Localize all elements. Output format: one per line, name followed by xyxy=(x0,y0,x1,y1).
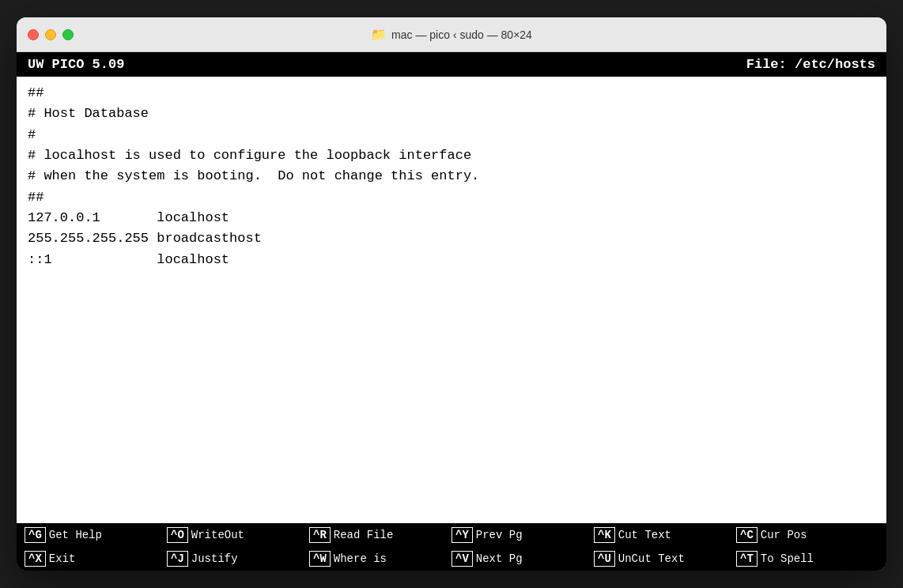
editor-line: ## xyxy=(28,83,875,104)
folder-icon: 📁 xyxy=(371,27,387,42)
shortcut-label-get-help: Get Help xyxy=(49,529,102,541)
maximize-button[interactable] xyxy=(62,29,74,40)
shortcut-row-2: ^X Exit ^J Justify ^W Where is ^V Next P… xyxy=(17,547,886,571)
shortcut-key-y: ^Y xyxy=(452,527,473,543)
pico-file: File: /etc/hosts xyxy=(746,57,875,72)
shortcut-to-spell[interactable]: ^T To Spell xyxy=(736,551,878,567)
title-text: mac — pico ‹ sudo — 80×24 xyxy=(391,28,532,41)
shortcut-label-where-is: Where is xyxy=(334,552,387,565)
shortcut-next-pg[interactable]: ^V Next Pg xyxy=(452,551,594,567)
shortcut-where-is[interactable]: ^W Where is xyxy=(309,551,452,567)
shortcut-read-file[interactable]: ^R Read File xyxy=(309,527,452,543)
editor-line: ## xyxy=(28,187,875,208)
shortcut-justify[interactable]: ^J Justify xyxy=(167,551,309,567)
shortcut-prev-pg[interactable]: ^Y Prev Pg xyxy=(452,527,594,543)
shortcut-key-c: ^C xyxy=(736,527,758,543)
traffic-lights xyxy=(28,29,74,40)
status-bar: ^G Get Help ^O WriteOut ^R Read File ^Y … xyxy=(17,523,886,571)
shortcut-key-r: ^R xyxy=(309,527,331,543)
editor-line: # localhost is used to configure the loo… xyxy=(28,145,875,166)
shortcut-key-x: ^X xyxy=(25,551,46,567)
shortcut-row-1: ^G Get Help ^O WriteOut ^R Read File ^Y … xyxy=(17,523,886,547)
shortcut-label-writeout: WriteOut xyxy=(191,529,244,541)
shortcut-label-exit: Exit xyxy=(49,552,76,565)
editor-area[interactable]: ## # Host Database # # localhost is used… xyxy=(17,77,886,523)
shortcut-key-o: ^O xyxy=(167,527,188,543)
shortcut-label-read-file: Read File xyxy=(334,529,394,541)
shortcut-label-cut-text: Cut Text xyxy=(618,529,671,541)
shortcut-label-justify: Justify xyxy=(191,552,238,565)
shortcut-exit[interactable]: ^X Exit xyxy=(25,551,167,567)
title-bar: 📁 mac — pico ‹ sudo — 80×24 xyxy=(17,17,886,52)
editor-line: # xyxy=(28,125,875,145)
shortcut-label-next-pg: Next Pg xyxy=(476,552,523,565)
shortcut-cur-pos[interactable]: ^C Cur Pos xyxy=(736,527,878,543)
shortcut-label-prev-pg: Prev Pg xyxy=(476,529,523,541)
shortcut-label-to-spell: To Spell xyxy=(761,552,814,565)
shortcut-key-j: ^J xyxy=(167,551,188,567)
editor-line: # Host Database xyxy=(28,104,875,124)
minimize-button[interactable] xyxy=(45,29,56,40)
shortcut-key-t: ^T xyxy=(736,551,758,567)
shortcut-cut-text[interactable]: ^K Cut Text xyxy=(594,527,736,543)
pico-header: UW PICO 5.09 File: /etc/hosts xyxy=(17,52,886,77)
shortcut-key-k: ^K xyxy=(594,527,615,543)
close-button[interactable] xyxy=(28,29,39,40)
window-title: 📁 mac — pico ‹ sudo — 80×24 xyxy=(371,27,532,42)
shortcut-key-v: ^V xyxy=(452,551,473,567)
terminal-window: 📁 mac — pico ‹ sudo — 80×24 UW PICO 5.09… xyxy=(17,17,886,571)
shortcut-key-w: ^W xyxy=(309,551,331,567)
editor-line: 255.255.255.255 broadcasthost xyxy=(28,228,875,249)
editor-line: ::1 localhost xyxy=(28,250,875,270)
shortcut-uncut-text[interactable]: ^U UnCut Text xyxy=(594,551,736,567)
pico-version: UW PICO 5.09 xyxy=(28,57,124,72)
shortcut-get-help[interactable]: ^G Get Help xyxy=(25,527,167,543)
shortcut-writeout[interactable]: ^O WriteOut xyxy=(167,527,309,543)
shortcut-key-u: ^U xyxy=(594,551,615,567)
editor-line: 127.0.0.1 localhost xyxy=(28,208,875,228)
shortcut-label-cur-pos: Cur Pos xyxy=(761,529,807,541)
shortcut-label-uncut-text: UnCut Text xyxy=(618,552,685,565)
shortcut-key-g: ^G xyxy=(25,527,46,543)
editor-line: # when the system is booting. Do not cha… xyxy=(28,166,875,187)
